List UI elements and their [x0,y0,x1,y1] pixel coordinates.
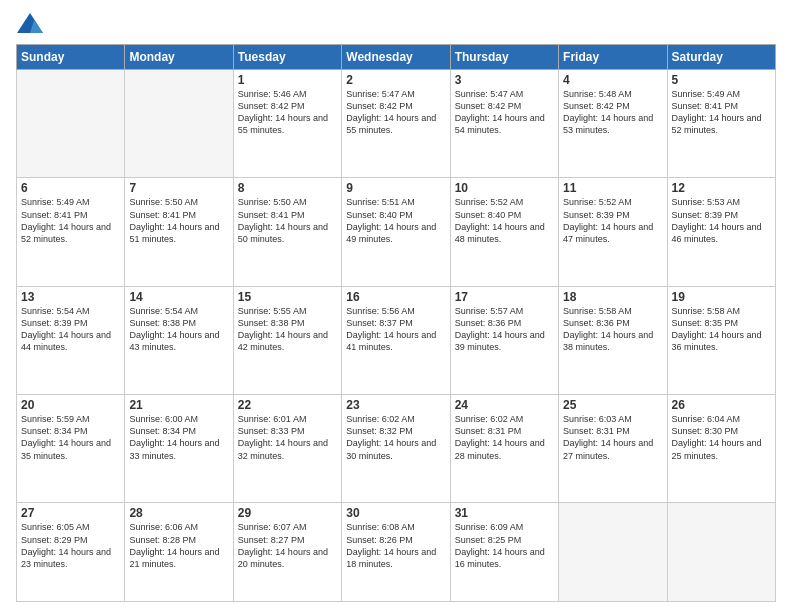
calendar-cell: 3Sunrise: 5:47 AM Sunset: 8:42 PM Daylig… [450,70,558,178]
day-number: 21 [129,398,228,412]
day-info: Sunrise: 5:52 AM Sunset: 8:39 PM Dayligh… [563,196,662,245]
calendar-cell: 29Sunrise: 6:07 AM Sunset: 8:27 PM Dayli… [233,503,341,602]
day-info: Sunrise: 5:47 AM Sunset: 8:42 PM Dayligh… [346,88,445,137]
calendar-cell: 6Sunrise: 5:49 AM Sunset: 8:41 PM Daylig… [17,178,125,286]
day-number: 14 [129,290,228,304]
day-info: Sunrise: 6:03 AM Sunset: 8:31 PM Dayligh… [563,413,662,462]
calendar-cell: 8Sunrise: 5:50 AM Sunset: 8:41 PM Daylig… [233,178,341,286]
day-number: 4 [563,73,662,87]
day-info: Sunrise: 6:01 AM Sunset: 8:33 PM Dayligh… [238,413,337,462]
calendar-cell: 5Sunrise: 5:49 AM Sunset: 8:41 PM Daylig… [667,70,775,178]
day-info: Sunrise: 6:00 AM Sunset: 8:34 PM Dayligh… [129,413,228,462]
day-number: 15 [238,290,337,304]
day-number: 27 [21,506,120,520]
calendar-cell: 25Sunrise: 6:03 AM Sunset: 8:31 PM Dayli… [559,395,667,503]
calendar-cell: 21Sunrise: 6:00 AM Sunset: 8:34 PM Dayli… [125,395,233,503]
calendar-week-row: 13Sunrise: 5:54 AM Sunset: 8:39 PM Dayli… [17,286,776,394]
day-number: 28 [129,506,228,520]
day-number: 25 [563,398,662,412]
day-number: 29 [238,506,337,520]
day-number: 7 [129,181,228,195]
calendar-cell: 30Sunrise: 6:08 AM Sunset: 8:26 PM Dayli… [342,503,450,602]
day-info: Sunrise: 5:50 AM Sunset: 8:41 PM Dayligh… [129,196,228,245]
day-number: 10 [455,181,554,195]
day-info: Sunrise: 5:51 AM Sunset: 8:40 PM Dayligh… [346,196,445,245]
page: SundayMondayTuesdayWednesdayThursdayFrid… [0,0,792,612]
header [16,10,776,38]
calendar-cell: 1Sunrise: 5:46 AM Sunset: 8:42 PM Daylig… [233,70,341,178]
day-number: 1 [238,73,337,87]
day-info: Sunrise: 6:02 AM Sunset: 8:31 PM Dayligh… [455,413,554,462]
day-number: 11 [563,181,662,195]
calendar-header-row: SundayMondayTuesdayWednesdayThursdayFrid… [17,45,776,70]
calendar-cell: 12Sunrise: 5:53 AM Sunset: 8:39 PM Dayli… [667,178,775,286]
calendar-cell [17,70,125,178]
calendar-cell: 23Sunrise: 6:02 AM Sunset: 8:32 PM Dayli… [342,395,450,503]
day-info: Sunrise: 6:08 AM Sunset: 8:26 PM Dayligh… [346,521,445,570]
calendar-header-friday: Friday [559,45,667,70]
day-number: 16 [346,290,445,304]
day-number: 23 [346,398,445,412]
day-info: Sunrise: 6:04 AM Sunset: 8:30 PM Dayligh… [672,413,771,462]
day-info: Sunrise: 6:02 AM Sunset: 8:32 PM Dayligh… [346,413,445,462]
calendar-cell: 2Sunrise: 5:47 AM Sunset: 8:42 PM Daylig… [342,70,450,178]
calendar-cell: 10Sunrise: 5:52 AM Sunset: 8:40 PM Dayli… [450,178,558,286]
day-number: 9 [346,181,445,195]
calendar-cell [559,503,667,602]
logo [16,10,48,38]
day-info: Sunrise: 6:05 AM Sunset: 8:29 PM Dayligh… [21,521,120,570]
day-info: Sunrise: 5:57 AM Sunset: 8:36 PM Dayligh… [455,305,554,354]
calendar-cell [667,503,775,602]
calendar-week-row: 27Sunrise: 6:05 AM Sunset: 8:29 PM Dayli… [17,503,776,602]
day-info: Sunrise: 5:56 AM Sunset: 8:37 PM Dayligh… [346,305,445,354]
day-info: Sunrise: 5:58 AM Sunset: 8:35 PM Dayligh… [672,305,771,354]
calendar-cell: 7Sunrise: 5:50 AM Sunset: 8:41 PM Daylig… [125,178,233,286]
day-number: 5 [672,73,771,87]
day-number: 19 [672,290,771,304]
day-info: Sunrise: 5:50 AM Sunset: 8:41 PM Dayligh… [238,196,337,245]
calendar-cell: 17Sunrise: 5:57 AM Sunset: 8:36 PM Dayli… [450,286,558,394]
logo-icon [16,10,44,38]
calendar-cell: 28Sunrise: 6:06 AM Sunset: 8:28 PM Dayli… [125,503,233,602]
calendar-cell: 26Sunrise: 6:04 AM Sunset: 8:30 PM Dayli… [667,395,775,503]
calendar-week-row: 1Sunrise: 5:46 AM Sunset: 8:42 PM Daylig… [17,70,776,178]
day-number: 22 [238,398,337,412]
day-info: Sunrise: 5:47 AM Sunset: 8:42 PM Dayligh… [455,88,554,137]
day-number: 6 [21,181,120,195]
day-info: Sunrise: 5:49 AM Sunset: 8:41 PM Dayligh… [21,196,120,245]
day-info: Sunrise: 6:09 AM Sunset: 8:25 PM Dayligh… [455,521,554,570]
calendar-week-row: 6Sunrise: 5:49 AM Sunset: 8:41 PM Daylig… [17,178,776,286]
calendar-header-saturday: Saturday [667,45,775,70]
calendar-header-wednesday: Wednesday [342,45,450,70]
calendar-header-tuesday: Tuesday [233,45,341,70]
day-info: Sunrise: 5:58 AM Sunset: 8:36 PM Dayligh… [563,305,662,354]
day-info: Sunrise: 5:53 AM Sunset: 8:39 PM Dayligh… [672,196,771,245]
calendar-cell: 22Sunrise: 6:01 AM Sunset: 8:33 PM Dayli… [233,395,341,503]
day-info: Sunrise: 5:54 AM Sunset: 8:39 PM Dayligh… [21,305,120,354]
day-number: 17 [455,290,554,304]
calendar-cell: 27Sunrise: 6:05 AM Sunset: 8:29 PM Dayli… [17,503,125,602]
day-number: 26 [672,398,771,412]
day-number: 20 [21,398,120,412]
calendar-cell: 20Sunrise: 5:59 AM Sunset: 8:34 PM Dayli… [17,395,125,503]
calendar-header-monday: Monday [125,45,233,70]
day-info: Sunrise: 5:59 AM Sunset: 8:34 PM Dayligh… [21,413,120,462]
day-number: 8 [238,181,337,195]
day-info: Sunrise: 5:46 AM Sunset: 8:42 PM Dayligh… [238,88,337,137]
day-info: Sunrise: 6:06 AM Sunset: 8:28 PM Dayligh… [129,521,228,570]
calendar-header-sunday: Sunday [17,45,125,70]
day-number: 3 [455,73,554,87]
calendar-cell: 24Sunrise: 6:02 AM Sunset: 8:31 PM Dayli… [450,395,558,503]
calendar-cell: 31Sunrise: 6:09 AM Sunset: 8:25 PM Dayli… [450,503,558,602]
calendar-cell: 15Sunrise: 5:55 AM Sunset: 8:38 PM Dayli… [233,286,341,394]
calendar-header-thursday: Thursday [450,45,558,70]
day-info: Sunrise: 5:52 AM Sunset: 8:40 PM Dayligh… [455,196,554,245]
day-info: Sunrise: 5:55 AM Sunset: 8:38 PM Dayligh… [238,305,337,354]
calendar-cell: 16Sunrise: 5:56 AM Sunset: 8:37 PM Dayli… [342,286,450,394]
day-number: 31 [455,506,554,520]
calendar-cell: 19Sunrise: 5:58 AM Sunset: 8:35 PM Dayli… [667,286,775,394]
day-info: Sunrise: 5:49 AM Sunset: 8:41 PM Dayligh… [672,88,771,137]
day-info: Sunrise: 5:54 AM Sunset: 8:38 PM Dayligh… [129,305,228,354]
calendar-cell: 4Sunrise: 5:48 AM Sunset: 8:42 PM Daylig… [559,70,667,178]
calendar-week-row: 20Sunrise: 5:59 AM Sunset: 8:34 PM Dayli… [17,395,776,503]
